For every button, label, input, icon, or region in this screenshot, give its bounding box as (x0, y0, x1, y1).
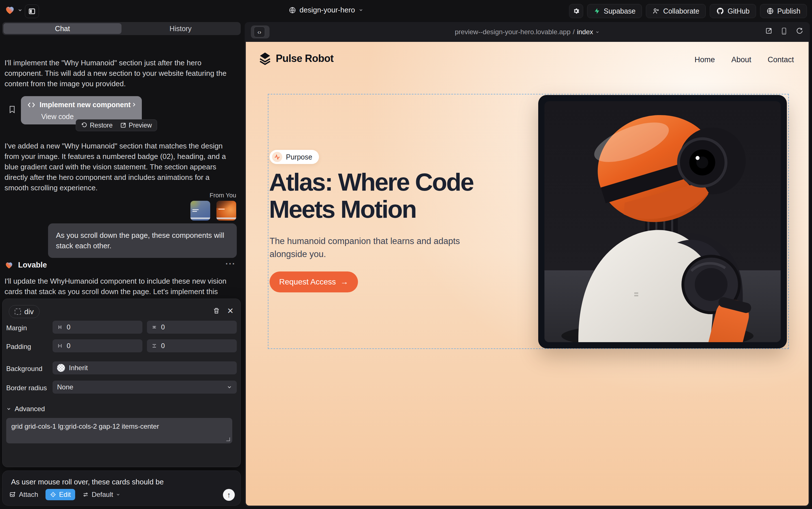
thumbnail-footer (190, 217, 210, 219)
resize-handle[interactable] (226, 437, 230, 441)
preview-panel: ‹› preview--design-your-hero.lovable.app… (245, 22, 810, 507)
assistant-message: I've added a new "Why Humanoid" section … (4, 141, 234, 193)
thumbnail-text-line (192, 209, 198, 210)
preview-button[interactable]: Preview (120, 122, 152, 129)
margin-label: Margin (6, 324, 27, 332)
version-actions: Restore Preview (76, 119, 157, 131)
chevron-down-icon (595, 30, 599, 34)
project-switcher[interactable]: design-your-hero (289, 6, 363, 14)
github-button[interactable]: GitHub (710, 4, 756, 18)
delete-element-button[interactable] (213, 307, 220, 315)
element-outline-icon (15, 308, 21, 315)
margin-x-input[interactable]: 0 (52, 321, 142, 334)
attach-button[interactable]: Attach (9, 490, 38, 499)
restore-button[interactable]: Restore (81, 122, 113, 129)
hero-heading-line1: Atlas: Where Code (269, 169, 473, 196)
classes-textarea[interactable]: grid grid-cols-1 lg:grid-cols-2 gap-12 i… (6, 418, 232, 443)
background-input[interactable]: Inherit (52, 362, 237, 374)
tab-history[interactable]: History (121, 23, 239, 34)
selected-element-tag[interactable]: div (9, 305, 40, 318)
lovable-heart-icon (4, 261, 13, 270)
target-icon (50, 491, 56, 498)
app-root: design-your-hero Supabase Collaborate (0, 0, 812, 509)
topbar-actions: Supabase Collaborate GitHub Publish (569, 4, 807, 18)
lovable-menu-button[interactable] (4, 5, 23, 15)
request-access-button[interactable]: Request Access → (269, 271, 358, 293)
nav-home[interactable]: Home (695, 56, 715, 64)
site-header: Pulse Robot Home About Contact (246, 48, 809, 71)
restore-label: Restore (90, 122, 113, 129)
attachment-thumbnail-orange[interactable] (216, 201, 236, 220)
margin-y-input[interactable]: 0 (147, 321, 237, 334)
preview-url-bar[interactable]: preview--design-your-hero.lovable.app / … (245, 22, 810, 42)
globe-icon (289, 6, 296, 14)
border-radius-select[interactable]: None (52, 381, 237, 394)
refresh-button[interactable] (796, 27, 803, 34)
composer-input[interactable]: As user mouse roll over, these cards sho… (11, 478, 164, 486)
nav-about[interactable]: About (731, 56, 751, 64)
cta-label: Request Access (279, 277, 336, 286)
supabase-icon (594, 7, 600, 15)
hero-heading: Atlas: Where Code Meets Motion (269, 169, 473, 223)
component-card-title: Implement new component (40, 101, 131, 109)
hero-robot-card (538, 95, 787, 348)
collaborate-button[interactable]: Collaborate (646, 4, 706, 18)
agent-name: Lovable (18, 261, 47, 270)
top-bar: design-your-hero Supabase Collaborate (0, 0, 812, 22)
open-in-new-window-button[interactable] (765, 27, 772, 34)
tab-chat[interactable]: Chat (3, 23, 121, 34)
border-radius-value: None (57, 383, 73, 391)
hero-subheading: The humanoid companion that learns and a… (269, 235, 467, 261)
supabase-button[interactable]: Supabase (587, 4, 642, 18)
padding-x-input[interactable]: 0 (52, 339, 142, 352)
thumbnail-text-line (192, 211, 197, 212)
preview-controls (765, 27, 803, 35)
sliders-icon (82, 491, 89, 498)
publish-button[interactable]: Publish (760, 4, 807, 18)
chevron-down-icon (116, 492, 120, 497)
padding-label: Padding (6, 343, 31, 351)
send-button[interactable]: ↑ (223, 489, 235, 501)
website-preview: Pulse Robot Home About Contact Purpose A… (246, 42, 809, 506)
attachment-thumbnail-blue[interactable] (190, 201, 210, 220)
attach-label: Attach (19, 490, 38, 499)
robot-illustration (545, 101, 781, 342)
bookmark-icon (8, 105, 16, 114)
site-brand-name: Pulse Robot (276, 53, 334, 65)
background-label: Background (6, 365, 42, 373)
collaborate-label: Collaborate (663, 7, 699, 15)
chevron-right-icon (131, 102, 137, 107)
margin-x-icon (57, 324, 63, 330)
component-card-title-row: Implement new component (28, 101, 131, 109)
sidebar-toggle-button[interactable] (25, 4, 39, 18)
chat-composer[interactable]: As user mouse roll over, these cards sho… (2, 471, 241, 506)
close-inspector-button[interactable]: ✕ (227, 306, 234, 315)
classes-value: grid grid-cols-1 lg:grid-cols-2 gap-12 i… (11, 422, 159, 430)
transparency-swatch-icon (57, 364, 65, 372)
panel-left-icon (28, 8, 36, 15)
chevron-down-icon (6, 406, 11, 411)
chat-history-tabs: Chat History (2, 22, 241, 35)
preview-host: preview--design-your-hero.lovable.app (455, 28, 571, 36)
advanced-label: Advanced (15, 405, 45, 413)
advanced-toggle[interactable]: Advanced (6, 405, 45, 413)
edit-mode-button[interactable]: Edit (45, 489, 75, 500)
mobile-view-button[interactable] (781, 27, 787, 35)
composer-toolbar: Attach Edit Default ↑ (9, 488, 235, 501)
settings-button[interactable] (569, 4, 583, 18)
github-icon (716, 7, 724, 15)
chevron-down-icon (17, 8, 23, 13)
site-brand[interactable]: Pulse Robot (259, 52, 334, 65)
message-menu-button[interactable]: ··· (225, 259, 236, 269)
element-tag-label: div (24, 307, 34, 316)
robot-image (545, 101, 781, 342)
pulse-icon (272, 152, 282, 162)
site-nav: Home About Contact (695, 56, 794, 64)
edit-label: Edit (59, 490, 71, 499)
padding-y-input[interactable]: 0 (147, 339, 237, 352)
nav-contact[interactable]: Contact (768, 56, 794, 64)
thumbnail-shade (216, 201, 236, 208)
mode-select[interactable]: Default (82, 490, 120, 499)
margin-x-value: 0 (67, 323, 70, 331)
view-code-link[interactable]: View code (41, 112, 74, 121)
